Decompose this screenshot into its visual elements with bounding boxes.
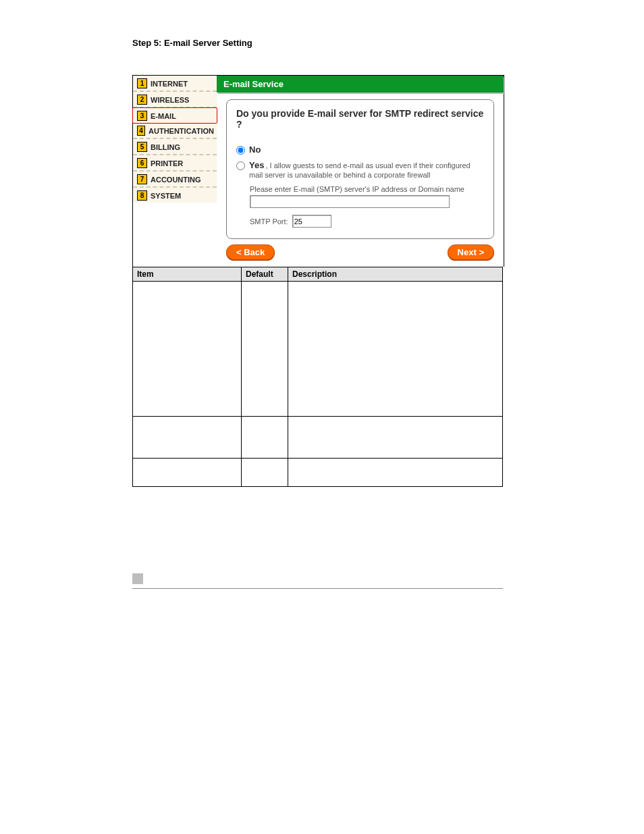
th-item: Item	[133, 267, 242, 282]
nav-num: 8	[137, 190, 147, 201]
smtp-server-input[interactable]	[250, 195, 450, 208]
config-screenshot: 1 INTERNET 2 WIRELESS 3 E-MAIL 4 AUTHENT…	[132, 75, 504, 267]
nav-item-email[interactable]: 3 E-MAIL	[132, 107, 217, 124]
radio-no[interactable]	[236, 146, 245, 155]
nav-num: 4	[137, 126, 145, 136]
page-number-box	[132, 573, 143, 584]
th-description: Description	[288, 267, 503, 282]
nav-num: 7	[137, 174, 147, 184]
nav-num: 2	[137, 95, 147, 105]
smtp-port-input[interactable]	[292, 215, 331, 228]
nav-label: BILLING	[151, 143, 180, 151]
table-row	[133, 282, 503, 417]
nav-item-wireless[interactable]: 2 WIRELESS	[133, 92, 217, 108]
option-no[interactable]: No	[236, 145, 484, 155]
next-button[interactable]: Next >	[448, 244, 494, 260]
option-yes[interactable]: Yes, I allow guests to send e-mail as us…	[236, 160, 484, 180]
cell-description	[288, 417, 503, 459]
nav-num: 3	[137, 111, 147, 121]
cell-item	[133, 417, 242, 459]
table-row	[133, 417, 503, 459]
nav-item-internet[interactable]: 1 INTERNET	[133, 76, 217, 92]
nav-num: 6	[137, 158, 147, 168]
option-yes-desc: , I allow guests to send e-mail as usual…	[249, 161, 471, 179]
page-footer	[132, 573, 504, 589]
nav-item-system[interactable]: 8 SYSTEM	[133, 188, 217, 203]
nav-num: 5	[137, 142, 147, 152]
cell-item	[133, 459, 242, 487]
step-title: Step 5: E-mail Server Setting	[132, 38, 644, 48]
nav-label: INTERNET	[151, 80, 188, 88]
cell-item	[133, 282, 242, 417]
radio-yes[interactable]	[236, 161, 245, 170]
nav-item-authentication[interactable]: 4 AUTHENTICATION	[133, 123, 217, 139]
ip-hint: Please enter E-mail (SMTP) server's IP a…	[250, 185, 484, 193]
nav-label: AUTHENTICATION	[149, 127, 214, 135]
nav-item-printer[interactable]: 6 PRINTER	[133, 155, 217, 172]
th-default: Default	[242, 267, 288, 282]
cell-default	[242, 417, 288, 459]
nav-item-billing[interactable]: 5 BILLING	[133, 139, 217, 155]
email-service-panel: E-mail Service Do you provide E-mail ser…	[217, 76, 504, 267]
nav-item-accounting[interactable]: 7 ACCOUNTING	[133, 172, 217, 188]
back-button[interactable]: < Back	[226, 244, 275, 260]
footer-divider	[132, 588, 503, 589]
cell-description	[288, 282, 503, 417]
nav-label: ACCOUNTING	[151, 176, 201, 184]
table-row	[133, 459, 503, 487]
panel-question: Do you provide E-mail server for SMTP re…	[236, 108, 484, 130]
wizard-nav: 1 INTERNET 2 WIRELESS 3 E-MAIL 4 AUTHENT…	[133, 76, 217, 203]
cell-description	[288, 459, 503, 487]
nav-label: PRINTER	[151, 159, 183, 167]
nav-label: E-MAIL	[151, 112, 176, 120]
nav-label: WIRELESS	[151, 96, 189, 104]
option-yes-label: Yes	[249, 160, 264, 170]
settings-table: Item Default Description	[132, 267, 503, 487]
cell-default	[242, 459, 288, 487]
panel-heading: E-mail Service	[217, 76, 504, 93]
option-no-label: No	[249, 145, 261, 155]
nav-num: 1	[137, 78, 147, 88]
cell-default	[242, 282, 288, 417]
smtp-port-label: SMTP Port:	[250, 217, 288, 226]
nav-label: SYSTEM	[151, 192, 181, 200]
